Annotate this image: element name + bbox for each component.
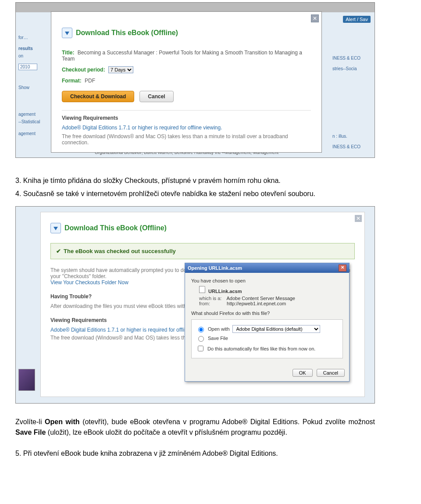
modal-heading: Download This eBook (Offline): [62, 28, 311, 38]
text-fragment: --Statistical: [18, 119, 45, 124]
which-is-value: Adobe Content Server Message: [226, 296, 295, 301]
adobe-editions-link[interactable]: Adobe® Digital Editions 1.7.1 or higher …: [62, 125, 222, 131]
title-label: Title:: [62, 50, 74, 56]
format-row: Format: PDF: [62, 78, 311, 84]
download-ebook-modal: ✕ Download This eBook (Offline) ✔ The eB…: [40, 212, 365, 397]
text-fragment: INESS & ECO: [332, 55, 372, 61]
format-label: Format:: [62, 78, 82, 84]
auto-option[interactable]: Do this automatically for files like thi…: [196, 344, 338, 353]
filename: URLLink.acsm: [208, 289, 242, 294]
step-3-text: 3. Kniha je tímto přidána do složky Chec…: [15, 175, 375, 186]
year-input[interactable]: 2010: [18, 64, 37, 70]
ok-button[interactable]: OK: [293, 369, 313, 377]
open-with-radio[interactable]: [198, 327, 204, 332]
screenshot-download-modal: Alert / Sav for… results on 2010 Show ag…: [15, 2, 375, 158]
checkout-download-button[interactable]: Checkout & Download: [62, 91, 134, 102]
viewing-requirements-heading: Viewing Requirements: [62, 115, 311, 121]
title-value: Becoming a Successful Manager : Powerful…: [62, 50, 302, 62]
requirement-text-2: The free download (Windows® and Mac OS) …: [62, 133, 311, 146]
chosen-to-open-text: You have chosen to open: [191, 278, 343, 283]
download-icon: [50, 223, 61, 233]
cancel-button[interactable]: Cancel: [139, 91, 173, 102]
book-thumbnail: [18, 369, 35, 391]
alert-save-button[interactable]: Alert / Sav: [343, 16, 371, 23]
format-value: PDF: [85, 78, 95, 84]
checkout-period-row: Checkout period: 7 Days: [62, 66, 311, 73]
open-with-option[interactable]: Open with Adobe Digital Editions (defaul…: [196, 325, 338, 333]
text-fragment: results: [18, 46, 45, 51]
modal-heading-text: Download This eBook (Offline): [76, 29, 178, 37]
text-fragment: agement: [18, 131, 45, 136]
text-fragment: agement: [18, 112, 45, 117]
text-fragment: for…: [18, 35, 45, 40]
step-4-text: 4. Současně se také v internetovém prohl…: [15, 189, 375, 199]
what-should-text: What should Firefox do with this file?: [191, 311, 343, 316]
from-value: http://epweb1.int.epnet.com: [227, 301, 286, 306]
open-with-select[interactable]: Adobe Digital Editions (default): [232, 325, 320, 333]
show-link[interactable]: Show: [18, 85, 45, 90]
checkout-period-select[interactable]: 7 Days: [108, 66, 133, 73]
cancel-button[interactable]: Cancel: [317, 369, 345, 377]
text-fragment: on: [18, 54, 45, 58]
action-group: Open with Adobe Digital Editions (defaul…: [191, 319, 343, 358]
text-fragment: n : illus.: [332, 133, 372, 139]
save-file-option[interactable]: Save File: [196, 335, 338, 342]
right-fragment-column: INESS & ECO stries--Socia n : illus. INE…: [332, 51, 372, 154]
from-label: from:: [199, 301, 225, 306]
title-row: Title: Becoming a Successful Manager : P…: [62, 50, 311, 62]
close-icon[interactable]: ✕: [311, 14, 319, 22]
download-ebook-modal: ✕ Download This eBook (Offline) Title: B…: [51, 11, 322, 153]
left-fragment-column: for… results on 2010 Show agement --Stat…: [18, 32, 45, 139]
text-fragment: stries--Socia: [332, 66, 372, 72]
screenshot-checkout-success: Science; BUSINESS & ECONOMICS / Organiz …: [15, 206, 375, 404]
save-file-radio[interactable]: [198, 336, 204, 342]
success-message: ✔ The eBook was checked out successfully: [50, 243, 355, 259]
step-5-text: 5. Při otevření eBook bude kniha zobraze…: [15, 448, 375, 459]
modal-heading: Download This eBook (Offline): [50, 223, 355, 233]
file-icon: [199, 286, 205, 293]
dialog-title: Opening URLLink.acsm: [188, 265, 242, 271]
open-save-paragraph: Zvolíte-li Open with (otevřít), bude eBo…: [15, 417, 375, 438]
checkout-period-label: Checkout period:: [62, 67, 105, 73]
adobe-editions-link[interactable]: Adobe® Digital Editions 1.7.1 or higher …: [50, 327, 206, 333]
which-is-label: which is a:: [199, 296, 225, 301]
download-icon: [62, 28, 72, 38]
text-fragment: INESS & ECO: [332, 144, 372, 150]
view-checkouts-link[interactable]: View Your Checkouts Folder Now: [50, 279, 128, 286]
auto-checkbox[interactable]: [198, 346, 203, 351]
close-icon[interactable]: ✕: [339, 265, 346, 272]
close-icon[interactable]: ✕: [355, 215, 362, 222]
firefox-open-dialog: Opening URLLink.acsm ✕ You have chosen t…: [185, 263, 350, 382]
checkmark-icon: ✔: [56, 248, 61, 254]
